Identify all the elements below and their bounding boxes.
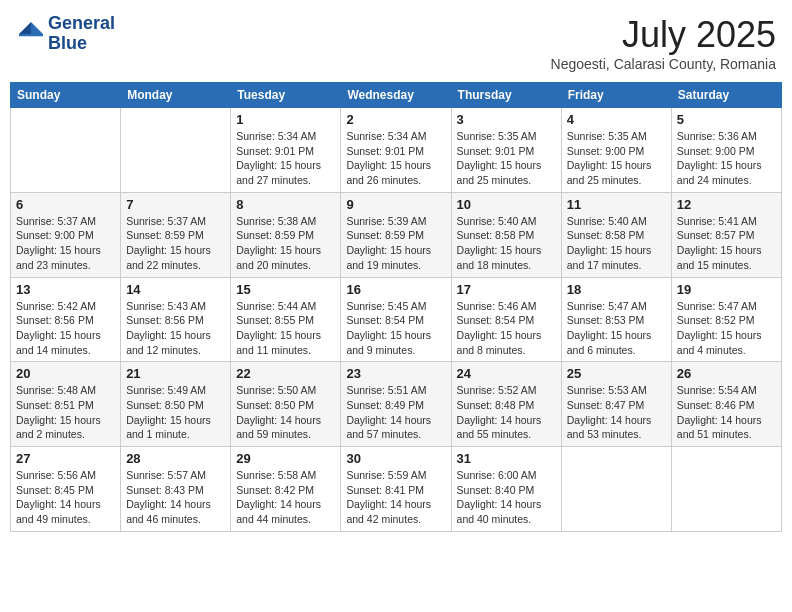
logo: General Blue — [16, 14, 115, 54]
day-info: Sunrise: 6:00 AM Sunset: 8:40 PM Dayligh… — [457, 468, 556, 527]
day-info: Sunrise: 5:48 AM Sunset: 8:51 PM Dayligh… — [16, 383, 115, 442]
calendar-cell: 29Sunrise: 5:58 AM Sunset: 8:42 PM Dayli… — [231, 447, 341, 532]
day-number: 5 — [677, 112, 776, 127]
day-info: Sunrise: 5:43 AM Sunset: 8:56 PM Dayligh… — [126, 299, 225, 358]
week-row-1: 1Sunrise: 5:34 AM Sunset: 9:01 PM Daylig… — [11, 108, 782, 193]
day-info: Sunrise: 5:40 AM Sunset: 8:58 PM Dayligh… — [457, 214, 556, 273]
calendar-cell: 28Sunrise: 5:57 AM Sunset: 8:43 PM Dayli… — [121, 447, 231, 532]
day-number: 18 — [567, 282, 666, 297]
logo-line1: General — [48, 14, 115, 34]
calendar-cell: 12Sunrise: 5:41 AM Sunset: 8:57 PM Dayli… — [671, 192, 781, 277]
day-info: Sunrise: 5:59 AM Sunset: 8:41 PM Dayligh… — [346, 468, 445, 527]
logo-icon — [16, 19, 46, 49]
day-info: Sunrise: 5:58 AM Sunset: 8:42 PM Dayligh… — [236, 468, 335, 527]
day-info: Sunrise: 5:37 AM Sunset: 9:00 PM Dayligh… — [16, 214, 115, 273]
weekday-monday: Monday — [121, 83, 231, 108]
calendar-cell: 7Sunrise: 5:37 AM Sunset: 8:59 PM Daylig… — [121, 192, 231, 277]
calendar-table: SundayMondayTuesdayWednesdayThursdayFrid… — [10, 82, 782, 532]
day-number: 16 — [346, 282, 445, 297]
day-number: 29 — [236, 451, 335, 466]
day-number: 25 — [567, 366, 666, 381]
calendar-cell — [561, 447, 671, 532]
location-subtitle: Negoesti, Calarasi County, Romania — [551, 56, 776, 72]
calendar-cell: 15Sunrise: 5:44 AM Sunset: 8:55 PM Dayli… — [231, 277, 341, 362]
day-number: 8 — [236, 197, 335, 212]
calendar-cell: 17Sunrise: 5:46 AM Sunset: 8:54 PM Dayli… — [451, 277, 561, 362]
day-info: Sunrise: 5:44 AM Sunset: 8:55 PM Dayligh… — [236, 299, 335, 358]
day-number: 21 — [126, 366, 225, 381]
calendar-cell: 2Sunrise: 5:34 AM Sunset: 9:01 PM Daylig… — [341, 108, 451, 193]
day-info: Sunrise: 5:50 AM Sunset: 8:50 PM Dayligh… — [236, 383, 335, 442]
weekday-saturday: Saturday — [671, 83, 781, 108]
logo-line2: Blue — [48, 34, 115, 54]
day-number: 30 — [346, 451, 445, 466]
calendar-cell: 25Sunrise: 5:53 AM Sunset: 8:47 PM Dayli… — [561, 362, 671, 447]
day-info: Sunrise: 5:38 AM Sunset: 8:59 PM Dayligh… — [236, 214, 335, 273]
weekday-sunday: Sunday — [11, 83, 121, 108]
calendar-cell: 19Sunrise: 5:47 AM Sunset: 8:52 PM Dayli… — [671, 277, 781, 362]
week-row-3: 13Sunrise: 5:42 AM Sunset: 8:56 PM Dayli… — [11, 277, 782, 362]
calendar-cell: 26Sunrise: 5:54 AM Sunset: 8:46 PM Dayli… — [671, 362, 781, 447]
calendar-cell — [671, 447, 781, 532]
day-number: 15 — [236, 282, 335, 297]
calendar-cell — [11, 108, 121, 193]
calendar-cell: 30Sunrise: 5:59 AM Sunset: 8:41 PM Dayli… — [341, 447, 451, 532]
day-number: 27 — [16, 451, 115, 466]
calendar-cell: 23Sunrise: 5:51 AM Sunset: 8:49 PM Dayli… — [341, 362, 451, 447]
day-number: 19 — [677, 282, 776, 297]
day-number: 3 — [457, 112, 556, 127]
weekday-thursday: Thursday — [451, 83, 561, 108]
calendar-cell: 27Sunrise: 5:56 AM Sunset: 8:45 PM Dayli… — [11, 447, 121, 532]
svg-rect-2 — [19, 34, 43, 36]
day-info: Sunrise: 5:51 AM Sunset: 8:49 PM Dayligh… — [346, 383, 445, 442]
calendar-cell: 9Sunrise: 5:39 AM Sunset: 8:59 PM Daylig… — [341, 192, 451, 277]
day-number: 7 — [126, 197, 225, 212]
calendar-cell: 13Sunrise: 5:42 AM Sunset: 8:56 PM Dayli… — [11, 277, 121, 362]
day-info: Sunrise: 5:57 AM Sunset: 8:43 PM Dayligh… — [126, 468, 225, 527]
calendar-cell: 3Sunrise: 5:35 AM Sunset: 9:01 PM Daylig… — [451, 108, 561, 193]
day-info: Sunrise: 5:42 AM Sunset: 8:56 PM Dayligh… — [16, 299, 115, 358]
day-info: Sunrise: 5:37 AM Sunset: 8:59 PM Dayligh… — [126, 214, 225, 273]
weekday-tuesday: Tuesday — [231, 83, 341, 108]
day-number: 26 — [677, 366, 776, 381]
day-info: Sunrise: 5:47 AM Sunset: 8:53 PM Dayligh… — [567, 299, 666, 358]
svg-marker-1 — [19, 22, 31, 34]
day-info: Sunrise: 5:39 AM Sunset: 8:59 PM Dayligh… — [346, 214, 445, 273]
day-number: 20 — [16, 366, 115, 381]
day-info: Sunrise: 5:34 AM Sunset: 9:01 PM Dayligh… — [236, 129, 335, 188]
calendar-cell: 4Sunrise: 5:35 AM Sunset: 9:00 PM Daylig… — [561, 108, 671, 193]
day-number: 2 — [346, 112, 445, 127]
day-number: 28 — [126, 451, 225, 466]
day-number: 11 — [567, 197, 666, 212]
calendar-cell: 22Sunrise: 5:50 AM Sunset: 8:50 PM Dayli… — [231, 362, 341, 447]
day-number: 31 — [457, 451, 556, 466]
calendar-body: 1Sunrise: 5:34 AM Sunset: 9:01 PM Daylig… — [11, 108, 782, 532]
calendar-cell: 14Sunrise: 5:43 AM Sunset: 8:56 PM Dayli… — [121, 277, 231, 362]
day-number: 22 — [236, 366, 335, 381]
week-row-2: 6Sunrise: 5:37 AM Sunset: 9:00 PM Daylig… — [11, 192, 782, 277]
logo-text: General Blue — [48, 14, 115, 54]
weekday-header-row: SundayMondayTuesdayWednesdayThursdayFrid… — [11, 83, 782, 108]
weekday-wednesday: Wednesday — [341, 83, 451, 108]
day-info: Sunrise: 5:40 AM Sunset: 8:58 PM Dayligh… — [567, 214, 666, 273]
day-number: 9 — [346, 197, 445, 212]
day-info: Sunrise: 5:46 AM Sunset: 8:54 PM Dayligh… — [457, 299, 556, 358]
calendar-cell: 31Sunrise: 6:00 AM Sunset: 8:40 PM Dayli… — [451, 447, 561, 532]
day-number: 1 — [236, 112, 335, 127]
day-info: Sunrise: 5:56 AM Sunset: 8:45 PM Dayligh… — [16, 468, 115, 527]
calendar-cell: 20Sunrise: 5:48 AM Sunset: 8:51 PM Dayli… — [11, 362, 121, 447]
day-number: 10 — [457, 197, 556, 212]
day-info: Sunrise: 5:45 AM Sunset: 8:54 PM Dayligh… — [346, 299, 445, 358]
calendar-cell: 16Sunrise: 5:45 AM Sunset: 8:54 PM Dayli… — [341, 277, 451, 362]
day-info: Sunrise: 5:49 AM Sunset: 8:50 PM Dayligh… — [126, 383, 225, 442]
day-number: 14 — [126, 282, 225, 297]
calendar-cell: 21Sunrise: 5:49 AM Sunset: 8:50 PM Dayli… — [121, 362, 231, 447]
day-number: 13 — [16, 282, 115, 297]
weekday-friday: Friday — [561, 83, 671, 108]
calendar-cell: 11Sunrise: 5:40 AM Sunset: 8:58 PM Dayli… — [561, 192, 671, 277]
calendar-cell: 8Sunrise: 5:38 AM Sunset: 8:59 PM Daylig… — [231, 192, 341, 277]
calendar-cell: 24Sunrise: 5:52 AM Sunset: 8:48 PM Dayli… — [451, 362, 561, 447]
calendar-cell: 6Sunrise: 5:37 AM Sunset: 9:00 PM Daylig… — [11, 192, 121, 277]
day-info: Sunrise: 5:36 AM Sunset: 9:00 PM Dayligh… — [677, 129, 776, 188]
day-info: Sunrise: 5:54 AM Sunset: 8:46 PM Dayligh… — [677, 383, 776, 442]
